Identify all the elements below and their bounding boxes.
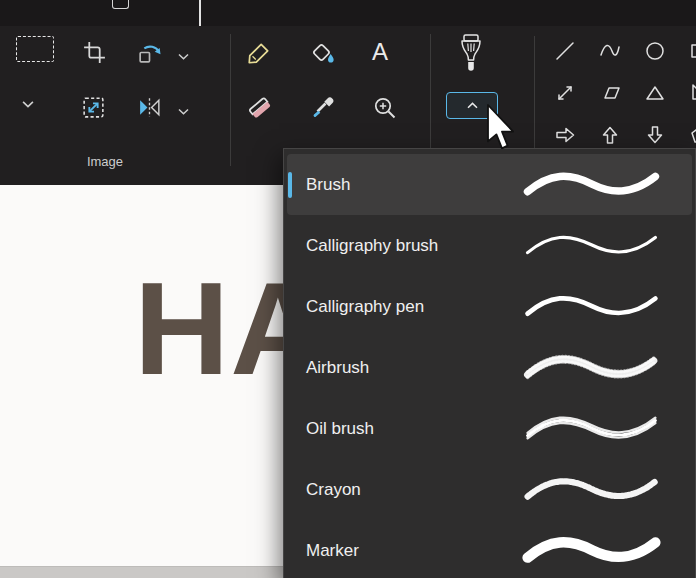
shape-parallelogram-button[interactable] bbox=[599, 82, 621, 104]
shape-arrow-right-button[interactable] bbox=[554, 124, 576, 146]
rotate-dropdown-button[interactable] bbox=[178, 53, 189, 60]
brush-option[interactable]: Airbrush bbox=[287, 337, 692, 398]
crop-icon bbox=[82, 40, 107, 65]
group-separator bbox=[230, 34, 231, 166]
fill-bucket-icon bbox=[308, 39, 336, 67]
diagonal-arrow-shape-icon bbox=[554, 82, 576, 104]
canvas-bottom-edge bbox=[0, 566, 283, 578]
rotate-button[interactable] bbox=[136, 39, 163, 66]
brush-option-label: Brush bbox=[306, 175, 350, 195]
titlebar-strip bbox=[0, 0, 696, 26]
chevron-down-icon bbox=[178, 108, 189, 115]
brush-option[interactable]: Calligraphy pen bbox=[287, 276, 692, 337]
text-tool-button[interactable]: A bbox=[372, 40, 388, 64]
brush-option[interactable]: Oil brush bbox=[287, 398, 692, 459]
eraser-tool-button[interactable] bbox=[246, 94, 274, 122]
eyedropper-icon bbox=[310, 95, 336, 121]
arrow-up-shape-icon bbox=[599, 124, 621, 146]
magnifier-tool-button[interactable] bbox=[372, 95, 398, 121]
brush-option-label: Calligraphy brush bbox=[306, 236, 438, 256]
shape-rectangle-button[interactable] bbox=[689, 40, 696, 62]
arrow-down-shape-icon bbox=[644, 124, 666, 146]
chevron-down-icon bbox=[178, 53, 189, 60]
rotate-icon bbox=[136, 39, 163, 66]
brush-stroke-preview bbox=[520, 227, 662, 265]
selection-tool-button[interactable] bbox=[16, 36, 54, 62]
chevron-down-icon bbox=[22, 100, 34, 108]
brush-option-label: Calligraphy pen bbox=[306, 297, 424, 317]
brush-option-label: Marker bbox=[306, 541, 359, 561]
brush-option-label: Oil brush bbox=[306, 419, 374, 439]
selection-icon bbox=[16, 36, 54, 62]
oval-shape-icon bbox=[644, 40, 666, 62]
shape-line-button[interactable] bbox=[554, 40, 576, 62]
chevron-up-icon bbox=[467, 102, 478, 109]
brush-option-label: Airbrush bbox=[306, 358, 369, 378]
shape-triangle-button[interactable] bbox=[644, 82, 666, 104]
brush-flyout: Brush Calligraphy brush Calligraphy pen … bbox=[283, 148, 696, 578]
shapes-gallery bbox=[542, 30, 696, 156]
resize-button[interactable] bbox=[80, 94, 107, 121]
text-tool-icon: A bbox=[372, 40, 388, 64]
brush-stroke-preview bbox=[520, 166, 662, 204]
curve-shape-icon bbox=[599, 40, 621, 62]
parallelogram-shape-icon bbox=[599, 82, 621, 104]
flip-button[interactable] bbox=[136, 94, 163, 121]
shape-arrow-down-button[interactable] bbox=[644, 124, 666, 146]
brush-stroke-preview bbox=[520, 410, 662, 448]
brush-icon bbox=[456, 32, 486, 80]
pencil-icon bbox=[246, 40, 272, 66]
arrow-right-shape-icon bbox=[554, 124, 576, 146]
ribbon-divider bbox=[199, 0, 201, 26]
image-group-label: Image bbox=[55, 154, 155, 169]
brush-stroke-preview bbox=[520, 288, 662, 326]
color-picker-button[interactable] bbox=[310, 95, 336, 121]
selection-dropdown-button[interactable] bbox=[22, 100, 34, 108]
shape-diagonal-arrow-button[interactable] bbox=[554, 82, 576, 104]
pencil-tool-button[interactable] bbox=[246, 40, 272, 66]
brush-option[interactable]: Calligraphy brush bbox=[287, 215, 692, 276]
triangle-shape-icon bbox=[644, 82, 666, 104]
selected-accent-bar bbox=[288, 172, 292, 198]
brush-stroke-preview bbox=[520, 349, 662, 387]
resize-icon bbox=[80, 94, 107, 121]
brush-stroke-preview bbox=[520, 471, 662, 509]
shape-right-triangle-button[interactable] bbox=[689, 82, 696, 104]
brush-option[interactable]: Crayon bbox=[287, 459, 692, 520]
flip-dropdown-button[interactable] bbox=[178, 108, 189, 115]
shape-curve-button[interactable] bbox=[599, 40, 621, 62]
eraser-icon bbox=[246, 94, 274, 122]
right-triangle-shape-icon bbox=[689, 82, 696, 104]
group-separator bbox=[430, 34, 431, 166]
rectangle-shape-icon bbox=[689, 40, 696, 62]
brush-option[interactable]: Brush bbox=[287, 154, 692, 215]
line-shape-icon bbox=[554, 40, 576, 62]
brushes-expand-button[interactable] bbox=[446, 92, 498, 119]
clipboard-icon bbox=[112, 0, 129, 9]
pentagon-shape-icon bbox=[689, 124, 696, 146]
brush-option-label: Crayon bbox=[306, 480, 361, 500]
brush-stroke-preview bbox=[520, 532, 662, 570]
brush-option[interactable]: Marker bbox=[287, 520, 692, 578]
flip-icon bbox=[136, 94, 163, 121]
brushes-button[interactable] bbox=[456, 32, 486, 80]
shape-pentagon-button[interactable] bbox=[689, 124, 696, 146]
shape-arrow-up-button[interactable] bbox=[599, 124, 621, 146]
group-separator bbox=[534, 36, 535, 160]
crop-button[interactable] bbox=[82, 40, 107, 65]
shape-oval-button[interactable] bbox=[644, 40, 666, 62]
magnifier-icon bbox=[372, 95, 398, 121]
fill-tool-button[interactable] bbox=[308, 39, 336, 67]
